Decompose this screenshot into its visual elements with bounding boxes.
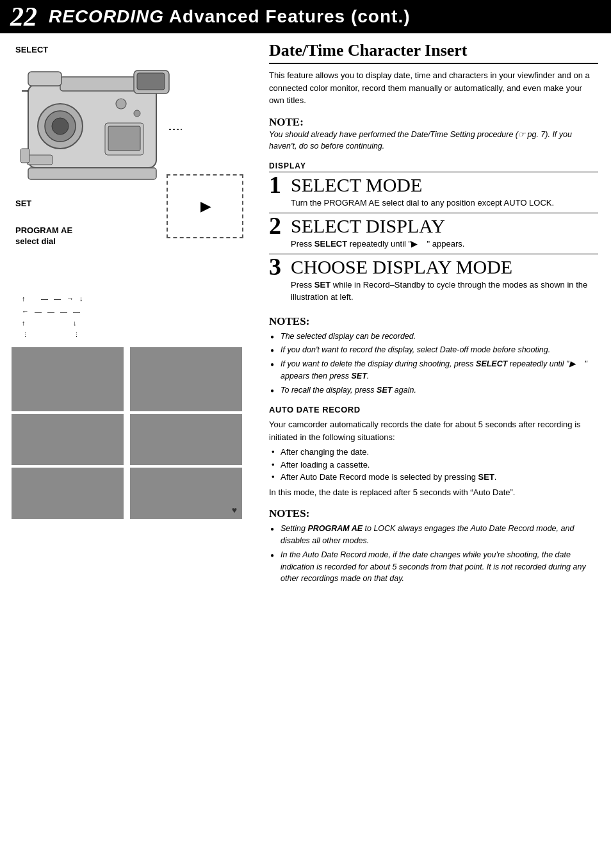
svg-rect-16 (28, 168, 156, 179)
header-title: RECORDING Advanced Features (cont.) (49, 6, 411, 27)
camera-illustration (9, 59, 188, 225)
display-frame-2 (12, 414, 124, 465)
modes-diagram: ↑ — — → ↓ ← — — — — ↑ ⋮ ↓ ⋮ (9, 290, 256, 341)
auto-date-footer: In this mode, the date is replaced after… (269, 486, 598, 499)
step-2-content: SELECT DISPLAY Press SELECT repeatedly u… (291, 216, 598, 250)
auto-date-section: AUTO DATE RECORD Your camcorder automati… (269, 405, 598, 498)
heart-icon: ♥ (232, 505, 237, 515)
svg-text:—: — (73, 307, 80, 315)
final-notes-heading: NOTES: (269, 507, 598, 520)
step-1-title: SELECT MODE (291, 175, 598, 195)
arrow-right-icon: ▶ (200, 199, 210, 214)
svg-rect-4 (60, 77, 137, 91)
intro-text: This feature allows you to display date,… (269, 69, 598, 107)
svg-text:⋮: ⋮ (73, 331, 81, 338)
step-3-number: 3 (269, 254, 287, 279)
final-notes-list: Setting PROGRAM AE to LOCK always engage… (269, 523, 598, 585)
svg-point-3 (52, 118, 69, 135)
step-3-content: CHOOSE DISPLAY MODE Press SET while in R… (291, 257, 598, 304)
step-2: 2 SELECT DISPLAY Press SELECT repeatedly… (269, 213, 598, 252)
panel-right: ♥ (130, 347, 242, 519)
panel-left (12, 347, 124, 519)
auto-date-list: After changing the date. After loading a… (269, 446, 598, 484)
svg-rect-13 (108, 126, 140, 151)
final-notes-section: NOTES: Setting PROGRAM AE to LOCK always… (269, 507, 598, 585)
svg-text:↓: ↓ (79, 295, 83, 302)
svg-text:—: — (47, 307, 54, 315)
note-text: You should already have performed the Da… (269, 129, 598, 153)
note-item-2: If you don't want to record the display,… (270, 344, 598, 356)
auto-date-intro: Your camcorder automatically records the… (269, 418, 598, 443)
note-item-4: To recall the display, press SET again. (270, 384, 598, 397)
svg-rect-15 (20, 149, 29, 163)
note-section: NOTE: You should already have performed … (269, 116, 598, 153)
step-2-number: 2 (269, 213, 287, 238)
svg-text:—: — (41, 295, 48, 302)
header-title-rest: Advanced Features (cont.) (164, 6, 410, 26)
svg-text:↓: ↓ (73, 319, 77, 327)
final-note-item-1: Setting PROGRAM AE to LOCK always engage… (270, 523, 598, 547)
display-frame-4 (130, 347, 242, 411)
svg-text:←: ← (22, 307, 29, 315)
auto-date-item-1: After changing the date. (272, 446, 598, 459)
camera-section: SELECT SET PROGRAM AEselect dial (9, 40, 256, 283)
svg-rect-8 (28, 72, 61, 86)
display-label: DISPLAY (269, 161, 598, 170)
step-3-desc: Press SET while in Record–Standby to cyc… (291, 279, 598, 304)
right-column: Date/Time Character Insert This feature … (263, 33, 611, 600)
main-content: SELECT SET PROGRAM AEselect dial (0, 33, 611, 600)
note-item-1: The selected display can be recorded. (270, 331, 598, 343)
svg-text:—: — (35, 307, 42, 315)
final-note-item-2: In the Auto Date Record mode, if the dat… (270, 549, 598, 585)
notes-heading: NOTES: (269, 315, 598, 328)
auto-date-item-2: After loading a cassette. (272, 459, 598, 471)
auto-date-item-3: After Auto Date Record mode is selected … (272, 471, 598, 484)
page-header: 22 RECORDING Advanced Features (cont.) (0, 0, 611, 33)
svg-text:—: — (60, 307, 67, 315)
svg-point-9 (116, 99, 126, 109)
step-2-title: SELECT DISPLAY (291, 216, 598, 236)
svg-text:↑: ↑ (22, 319, 26, 327)
header-title-italic: RECORDING (49, 6, 164, 26)
step-1-content: SELECT MODE Turn the PROGRAM AE select d… (291, 175, 598, 209)
step-1-number: 1 (269, 172, 287, 197)
svg-rect-11 (27, 155, 53, 165)
display-frame-3 (12, 468, 124, 519)
note-heading: NOTE: (269, 116, 598, 129)
display-frame-6: ♥ (130, 468, 242, 519)
mode-select-box: ▶ (167, 174, 243, 238)
section-title: Date/Time Character Insert (269, 41, 598, 64)
select-label: SELECT (15, 45, 48, 54)
notes-list: The selected display can be recorded. If… (269, 331, 598, 397)
svg-text:↑: ↑ (22, 295, 26, 302)
step-2-desc: Press SELECT repeatedly until "▶ " appea… (291, 238, 598, 250)
auto-date-heading: AUTO DATE RECORD (269, 405, 598, 414)
svg-rect-6 (137, 73, 165, 90)
step-3: 3 CHOOSE DISPLAY MODE Press SET while in… (269, 254, 598, 306)
step-1: 1 SELECT MODE Turn the PROGRAM AE select… (269, 172, 598, 211)
note-item-3: If you want to delete the display during… (270, 358, 598, 382)
display-frame-5 (130, 414, 242, 465)
notes-section: NOTES: The selected display can be recor… (269, 315, 598, 397)
step-3-title: CHOOSE DISPLAY MODE (291, 257, 598, 277)
display-frame-1 (12, 347, 124, 411)
svg-text:—: — (54, 295, 61, 302)
bottom-panels: ♥ (9, 347, 256, 519)
step-1-desc: Turn the PROGRAM AE select dial to any p… (291, 197, 598, 209)
svg-text:⋮: ⋮ (22, 331, 30, 338)
left-column: SELECT SET PROGRAM AEselect dial (0, 33, 263, 600)
svg-text:→: → (67, 295, 74, 302)
program-ae-label: PROGRAM AEselect dial (15, 225, 72, 247)
svg-point-10 (134, 110, 140, 117)
page-number: 22 (10, 3, 37, 30)
